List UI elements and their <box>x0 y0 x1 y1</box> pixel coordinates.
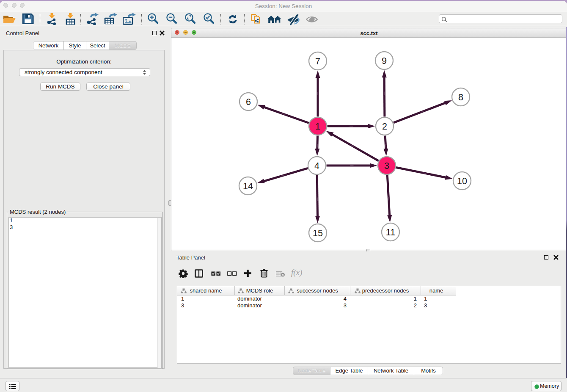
svg-text:7: 7 <box>315 56 320 66</box>
svg-text:6: 6 <box>246 97 251 107</box>
svg-text:9: 9 <box>382 56 387 66</box>
svg-text:14: 14 <box>243 181 253 191</box>
svg-text:1: 1 <box>315 121 320 132</box>
svg-text:4: 4 <box>314 161 319 171</box>
svg-text:10: 10 <box>457 176 467 186</box>
svg-text:2: 2 <box>382 121 387 132</box>
svg-text:8: 8 <box>458 92 463 102</box>
svg-text:15: 15 <box>313 228 323 238</box>
svg-text:11: 11 <box>386 227 395 237</box>
svg-text:3: 3 <box>384 161 389 171</box>
